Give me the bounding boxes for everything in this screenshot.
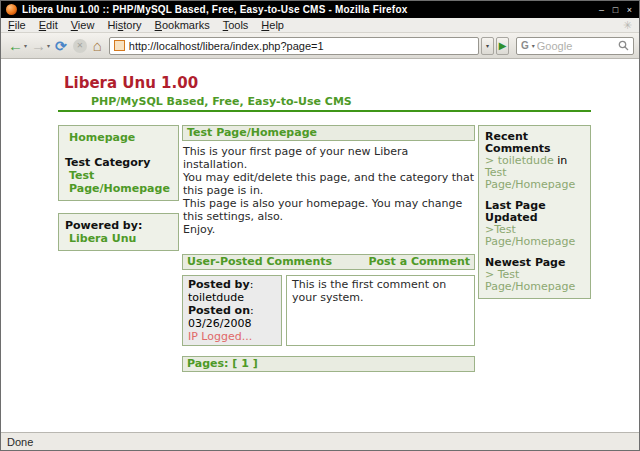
menu-view[interactable]: View — [71, 19, 95, 31]
last-updated-title: Last Page Updated — [485, 200, 584, 224]
powered-by-link[interactable]: Libera Unu — [69, 232, 172, 245]
back-arrow-icon: ← — [8, 38, 23, 53]
recent-comment-entry: > toiletdude in Test Page/Homepage — [485, 155, 584, 191]
search-input[interactable] — [537, 39, 607, 53]
reload-button[interactable]: ⟳ — [52, 38, 70, 54]
page-columns: Homepage Test Category Test Page/Homepag… — [58, 125, 591, 372]
menu-file[interactable]: File — [8, 19, 26, 31]
browser-viewport: Libera Unu 1.00 PHP/MySQL Based, Free, E… — [1, 59, 639, 432]
back-dropdown-icon[interactable]: ▾ — [24, 42, 27, 49]
address-bar[interactable] — [109, 37, 479, 55]
menu-history[interactable]: History — [107, 19, 141, 31]
homepage-link[interactable]: Homepage — [69, 131, 172, 144]
firefox-icon — [6, 4, 17, 15]
navigation-box: Homepage Test Category Test Page/Homepag… — [58, 125, 179, 201]
throbber-icon: ✳ — [623, 19, 632, 32]
go-button[interactable]: ▶ — [496, 37, 509, 55]
browser-window: Libera Unu 1.00 :: PHP/MySQL Based, Free… — [0, 0, 640, 451]
category-label: Test Category — [65, 156, 172, 169]
menu-bar: File Edit View History Bookmarks Tools H… — [1, 18, 639, 33]
window-controls: – □ × — [597, 5, 634, 15]
powered-by-label: Powered by: — [65, 219, 172, 232]
site-title: Libera Unu 1.00 — [64, 74, 591, 92]
body-line: You may edit/delete this page, and the c… — [183, 171, 475, 197]
menu-help[interactable]: Help — [261, 19, 284, 31]
menu-tools[interactable]: Tools — [223, 19, 249, 31]
right-sidebar: Recent Comments > toiletdude in Test Pag… — [478, 125, 591, 299]
pages-bar[interactable]: Pages: [ 1 ] — [182, 356, 475, 372]
category-page-link[interactable]: Test Page/Homepage — [69, 169, 172, 195]
newest-page-link[interactable]: > Test Page/Homepage — [485, 269, 584, 293]
status-text: Done — [7, 436, 33, 448]
posted-on-line: Posted on: 03/26/2008 — [188, 304, 276, 330]
search-engine-dropdown-icon[interactable]: ▾ — [532, 42, 535, 49]
body-line: This is your first page of your new Libe… — [183, 145, 475, 171]
search-engine-icon: G — [521, 40, 529, 51]
recent-comments-title: Recent Comments — [485, 131, 584, 155]
recent-comment-page-link[interactable]: Test Page/Homepage — [485, 166, 575, 191]
back-button[interactable]: ← ▾ — [6, 38, 29, 53]
comment-meta-box: Posted by: toiletdude Posted on: 03/26/2… — [182, 275, 282, 346]
url-history-dropdown-button[interactable]: ▾ — [481, 37, 494, 55]
forward-dropdown-icon[interactable]: ▾ — [47, 42, 50, 49]
magnifier-icon[interactable] — [618, 40, 629, 51]
posted-by-line: Posted by: toiletdude — [188, 278, 276, 304]
navigation-toolbar: ← ▾ → ▾ ⟳ ✕ ⌂ ▾ ▶ G ▾ — [1, 33, 639, 59]
stop-button[interactable]: ✕ — [73, 39, 87, 53]
site-subtitle: PHP/MySQL Based, Free, Easy-to-Use CMS — [91, 95, 591, 108]
close-button[interactable]: × — [625, 5, 634, 15]
body-line: This page is also your homepage. You may… — [183, 197, 475, 223]
main-column: Test Page/Homepage This is your first pa… — [182, 125, 475, 372]
forward-button[interactable]: → ▾ — [29, 38, 52, 53]
post-comment-link[interactable]: Post a Comment — [368, 256, 470, 268]
minimize-button[interactable]: – — [597, 5, 606, 15]
url-input[interactable] — [129, 39, 474, 53]
status-bar: Done — [1, 432, 639, 450]
spacer — [65, 144, 172, 156]
window-title: Libera Unu 1.00 :: PHP/MySQL Based, Free… — [22, 4, 592, 15]
header-rule — [58, 110, 591, 112]
page-title-bar: Test Page/Homepage — [182, 125, 475, 141]
powered-by-box: Powered by: Libera Unu — [58, 213, 179, 251]
ip-logged-link[interactable]: IP Logged... — [188, 330, 276, 343]
page-favicon — [114, 40, 125, 51]
body-line: Enjoy. — [183, 223, 475, 236]
comment-text-box: This is the first comment on your system… — [286, 275, 475, 346]
comments-header-bar: User-Posted Comments Post a Comment — [182, 254, 475, 270]
search-bar[interactable]: G ▾ — [516, 37, 634, 55]
cms-page: Libera Unu 1.00 PHP/MySQL Based, Free, E… — [58, 74, 591, 372]
last-updated-link[interactable]: >Test Page/Homepage — [485, 224, 584, 248]
forward-arrow-icon: → — [31, 38, 46, 53]
page-body: This is your first page of your new Libe… — [183, 145, 475, 236]
maximize-button[interactable]: □ — [611, 5, 620, 15]
window-titlebar: Libera Unu 1.00 :: PHP/MySQL Based, Free… — [1, 1, 639, 18]
comments-header-label: User-Posted Comments — [187, 256, 332, 268]
site-info-box: Recent Comments > toiletdude in Test Pag… — [478, 125, 591, 299]
menu-bookmarks[interactable]: Bookmarks — [155, 19, 210, 31]
left-sidebar: Homepage Test Category Test Page/Homepag… — [58, 125, 179, 251]
menu-edit[interactable]: Edit — [39, 19, 58, 31]
home-button[interactable]: ⌂ — [90, 37, 105, 54]
comment-row: Posted by: toiletdude Posted on: 03/26/2… — [182, 275, 475, 346]
